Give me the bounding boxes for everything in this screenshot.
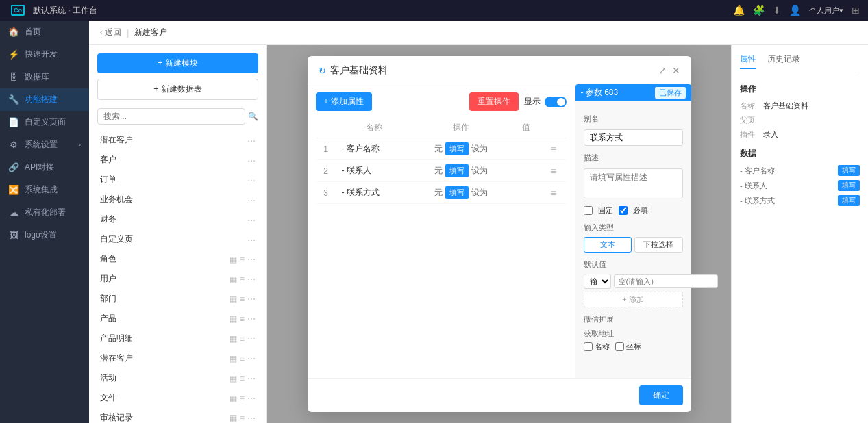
more-icon[interactable]: ⋯ [247,255,256,264]
tab-history[interactable]: 历史记录 [767,53,800,69]
chart-icon[interactable]: ≡ [240,334,245,344]
sidebar-item-personalize[interactable]: ☁ 私有化部署 [0,201,89,224]
list-item[interactable]: 财务 ··· [89,209,266,229]
op-set[interactable]: 设为 [471,187,488,198]
user-label[interactable]: 个人用户▾ [809,5,843,16]
data-fill-button[interactable]: 填写 [838,180,860,191]
sidebar-item-home[interactable]: 🏠 首页 [0,21,89,43]
list-item[interactable]: 用户 ▦ ≡ ⋯ [89,269,266,289]
desc-textarea[interactable] [584,168,683,198]
table-icon[interactable]: ▦ [230,274,237,284]
expand-icon[interactable]: ⊞ [852,5,860,16]
avatar-icon[interactable]: 👤 [789,5,801,16]
row-menu-icon[interactable]: ≡ [551,188,556,198]
op-fill-button[interactable]: 填写 [445,142,469,155]
default-label: 默认值 [584,259,683,270]
table-icon[interactable]: ▦ [230,255,237,264]
sidebar-item-custom-page[interactable]: 📄 自定义页面 [0,111,89,133]
close-dialog-icon[interactable]: ✕ [672,65,680,76]
table-icon[interactable]: ▦ [230,394,237,403]
chart-icon[interactable]: ≡ [240,413,245,423]
chart-icon[interactable]: ≡ [240,374,245,383]
add-default-button[interactable]: + 添加 [584,292,683,307]
plugin-icon[interactable]: 🧩 [753,5,765,16]
name-checkbox[interactable] [584,342,593,351]
add-attr-button[interactable]: + 添加属性 [316,92,372,111]
input-type-dropdown-button[interactable]: 下拉选择 [634,237,683,253]
list-item[interactable]: 审核记录 ▦ ≡ ⋯ [89,408,266,423]
list-item[interactable]: 业务机会 ··· [89,190,266,209]
op-fill-button[interactable]: 填写 [445,186,469,199]
alias-input[interactable] [584,129,683,146]
list-item[interactable]: 潜在客户 ··· [89,130,266,150]
op-set[interactable]: 设为 [471,143,488,155]
confirm-button[interactable]: 确定 [639,385,683,405]
sidebar-item-database[interactable]: 🗄 数据库 [0,66,89,88]
list-item[interactable]: 订单 ··· [89,170,266,190]
more-icon[interactable]: ⋯ [247,334,256,344]
data-fill-button[interactable]: 填写 [838,165,860,176]
op-name-value: 客户基础资料 [763,101,808,111]
sidebar-item-func-build[interactable]: 🔧 功能搭建 [0,88,89,111]
more-icon[interactable]: ⋯ [247,394,256,403]
table-icon[interactable]: ▦ [230,413,237,423]
table-icon[interactable]: ▦ [230,314,237,324]
download-icon[interactable]: ⬇ [773,5,781,16]
default-value-input[interactable] [614,274,718,288]
list-item[interactable]: 产品明细 ▦ ≡ ⋯ [89,329,266,348]
sidebar-item-integration[interactable]: 🔀 系统集成 [0,179,89,201]
data-fill-button[interactable]: 填写 [838,195,860,206]
table-icon[interactable]: ▦ [230,354,237,363]
reset-op-button[interactable]: 重置操作 [469,92,519,111]
op-none[interactable]: 无 [434,165,443,177]
more-icon[interactable]: ⋯ [247,354,256,363]
back-link[interactable]: ‹ 返回 [100,27,121,38]
chart-icon[interactable]: ≡ [240,314,245,324]
more-icon[interactable]: ⋯ [247,374,256,383]
tab-properties[interactable]: 属性 [740,53,756,69]
chart-icon[interactable]: ≡ [240,394,245,403]
op-none[interactable]: 无 [434,143,443,155]
op-fill-button[interactable]: 填写 [445,164,469,177]
op-none[interactable]: 无 [434,187,443,198]
coord-checkbox[interactable] [615,342,624,351]
bell-icon[interactable]: 🔔 [733,5,745,16]
table-icon[interactable]: ▦ [230,294,237,304]
search-input[interactable] [97,108,245,125]
input-type-text-button[interactable]: 文本 [584,237,632,253]
list-item[interactable]: 客户 ··· [89,150,266,170]
list-item[interactable]: 文件 ▦ ≡ ⋯ [89,388,266,408]
sidebar-item-api[interactable]: 🔗 API对接 [0,156,89,179]
refresh-icon[interactable]: ↻ [319,66,326,76]
sidebar-item-sys-settings[interactable]: ⚙ 系统设置 › [0,133,89,156]
add-module-button[interactable]: + 新建模块 [97,53,258,73]
more-icon[interactable]: ⋯ [247,294,256,304]
table-icon[interactable]: ▦ [230,334,237,344]
list-item[interactable]: 角色 ▦ ≡ ⋯ [89,249,266,269]
expand-dialog-icon[interactable]: ⤢ [658,65,667,76]
chart-icon[interactable]: ≡ [240,274,245,284]
fixed-checkbox[interactable] [584,206,593,215]
more-icon[interactable]: ⋯ [247,274,256,284]
display-toggle[interactable] [545,97,567,107]
list-item[interactable]: 自定义页 ··· [89,229,266,249]
data-item: - 联系人 填写 [740,180,860,191]
op-set[interactable]: 设为 [471,165,488,177]
chart-icon[interactable]: ≡ [240,255,245,264]
more-icon[interactable]: ⋯ [247,314,256,324]
add-table-button[interactable]: + 新建数据表 [97,79,258,100]
chart-icon[interactable]: ≡ [240,354,245,363]
sidebar-item-rapid-dev[interactable]: ⚡ 快速开发 [0,43,89,66]
row-menu-icon[interactable]: ≡ [551,166,556,177]
list-item[interactable]: 潜在客户 ▦ ≡ ⋯ [89,348,266,368]
chart-icon[interactable]: ≡ [240,294,245,304]
list-item[interactable]: 产品 ▦ ≡ ⋯ [89,309,266,329]
list-item[interactable]: 部门 ▦ ≡ ⋯ [89,289,266,309]
default-type-select[interactable]: 输入 [584,274,611,289]
required-checkbox[interactable] [619,206,628,215]
more-icon[interactable]: ⋯ [247,413,256,423]
row-menu-icon[interactable]: ≡ [551,144,556,155]
sidebar-item-logo-settings[interactable]: 🖼 logo设置 [0,224,89,246]
table-icon[interactable]: ▦ [230,374,237,383]
list-item[interactable]: 活动 ▦ ≡ ⋯ [89,368,266,388]
